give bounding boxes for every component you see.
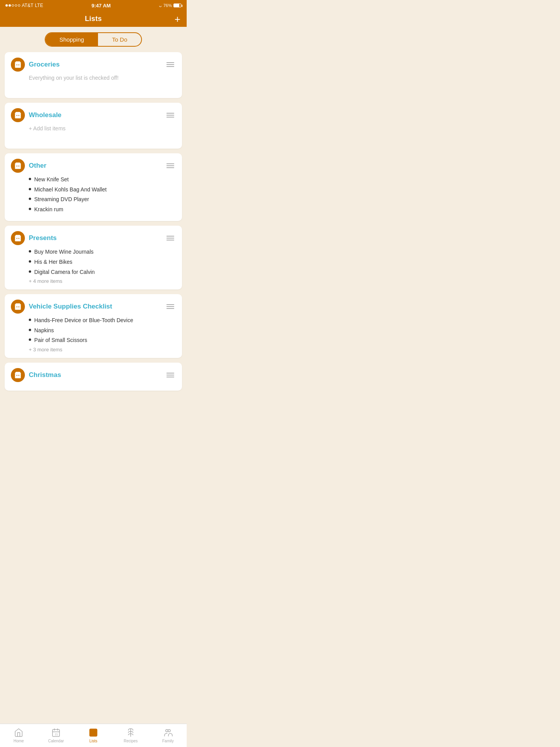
header: Lists + bbox=[0, 11, 187, 27]
list-header-vehicle: Vehicle Supplies Checklist bbox=[11, 300, 176, 314]
svg-point-11 bbox=[18, 238, 19, 239]
list-card-wholesale: Wholesale + Add list items bbox=[5, 103, 182, 149]
list-menu-groceries[interactable] bbox=[165, 61, 176, 68]
list-card-presents: Presents Buy More Wine Journals His & He… bbox=[5, 226, 182, 289]
list-item: Napkins bbox=[29, 327, 176, 335]
list-title-christmas[interactable]: Christmas bbox=[29, 371, 61, 379]
list-item: New Knife Set bbox=[29, 176, 176, 184]
list-item: Krackin rum bbox=[29, 206, 176, 214]
signal-dot-2 bbox=[9, 4, 11, 7]
tab-shopping[interactable]: Shopping bbox=[46, 33, 98, 46]
list-header-christmas: Christmas bbox=[11, 368, 176, 382]
add-list-button[interactable]: + bbox=[175, 14, 180, 24]
list-icon-christmas bbox=[11, 368, 25, 382]
list-menu-christmas[interactable] bbox=[165, 371, 176, 379]
svg-point-10 bbox=[16, 238, 18, 239]
battery-percent: 76% bbox=[163, 3, 172, 8]
svg-point-7 bbox=[16, 166, 18, 167]
svg-point-17 bbox=[18, 375, 19, 376]
list-empty-groceries: Everything on your list is checked off! bbox=[11, 75, 176, 93]
signal-dots bbox=[5, 4, 20, 7]
list-item: His & Her Bikes bbox=[29, 258, 176, 266]
list-item: Streaming DVD Player bbox=[29, 196, 176, 203]
svg-point-5 bbox=[18, 115, 19, 116]
status-bar: AT&T LTE 9:47 AM ᴗ 76% bbox=[0, 0, 187, 11]
list-add-wholesale[interactable]: + Add list items bbox=[11, 125, 176, 143]
list-item: Hands-Free Device or Blue-Tooth Device bbox=[29, 317, 176, 324]
list-icon-other bbox=[11, 159, 25, 173]
lists-container: Groceries Everything on your list is che… bbox=[0, 52, 187, 423]
list-title-vehicle[interactable]: Vehicle Supplies Checklist bbox=[29, 303, 112, 310]
list-header-wholesale: Wholesale bbox=[11, 108, 176, 122]
svg-point-13 bbox=[16, 307, 18, 308]
header-title: Lists bbox=[85, 15, 102, 23]
signal-dot-4 bbox=[15, 4, 17, 7]
list-icon-vehicle bbox=[11, 300, 25, 314]
list-items-other: New Knife Set Michael Kohls Bag And Wall… bbox=[11, 176, 176, 213]
list-header-groceries: Groceries bbox=[11, 58, 176, 72]
list-title-other[interactable]: Other bbox=[29, 162, 46, 170]
network-label: LTE bbox=[35, 3, 43, 8]
list-icon-wholesale bbox=[11, 108, 25, 122]
svg-point-8 bbox=[18, 166, 19, 167]
svg-point-4 bbox=[16, 115, 18, 116]
list-card-vehicle: Vehicle Supplies Checklist Hands-Free De… bbox=[5, 294, 182, 358]
tab-bar: Shopping To Do bbox=[0, 27, 187, 52]
signal-dot-3 bbox=[12, 4, 14, 7]
list-card-christmas: Christmas bbox=[5, 363, 182, 391]
list-title-wholesale[interactable]: Wholesale bbox=[29, 111, 61, 119]
list-header-other: Other bbox=[11, 159, 176, 173]
svg-point-16 bbox=[16, 375, 18, 376]
svg-point-2 bbox=[18, 65, 19, 66]
status-time: 9:47 AM bbox=[91, 3, 110, 9]
list-icon-groceries bbox=[11, 58, 25, 72]
signal-dot-1 bbox=[5, 4, 8, 7]
svg-point-1 bbox=[16, 65, 18, 66]
list-item: Digital Camera for Calvin bbox=[29, 268, 176, 276]
signal-dot-5 bbox=[18, 4, 20, 7]
list-icon-presents bbox=[11, 231, 25, 245]
list-title-presents[interactable]: Presents bbox=[29, 234, 57, 242]
list-items-vehicle: Hands-Free Device or Blue-Tooth Device N… bbox=[11, 317, 176, 344]
list-card-other: Other New Knife Set Michael Kohls Bag An… bbox=[5, 153, 182, 221]
svg-point-14 bbox=[18, 307, 19, 308]
list-item: Buy More Wine Journals bbox=[29, 248, 176, 256]
tab-todo[interactable]: To Do bbox=[98, 33, 141, 46]
list-menu-presents[interactable] bbox=[165, 234, 176, 242]
carrier-label: AT&T bbox=[22, 3, 33, 8]
list-card-groceries: Groceries Everything on your list is che… bbox=[5, 52, 182, 98]
list-item: Pair of Small Scissors bbox=[29, 337, 176, 344]
list-item: Michael Kohls Bag And Wallet bbox=[29, 186, 176, 194]
list-menu-wholesale[interactable] bbox=[165, 111, 176, 119]
tab-group: Shopping To Do bbox=[45, 32, 142, 47]
status-right: ᴗ 76% bbox=[159, 3, 181, 8]
battery-icon bbox=[173, 4, 181, 7]
list-header-presents: Presents bbox=[11, 231, 176, 245]
list-items-presents: Buy More Wine Journals His & Her Bikes D… bbox=[11, 248, 176, 276]
list-menu-vehicle[interactable] bbox=[165, 303, 176, 310]
bluetooth-icon: ᴗ bbox=[159, 3, 162, 8]
list-more-presents[interactable]: + 4 more items bbox=[11, 278, 176, 284]
list-title-groceries[interactable]: Groceries bbox=[29, 61, 60, 68]
battery-fill bbox=[174, 4, 179, 7]
status-left: AT&T LTE bbox=[5, 3, 43, 8]
list-menu-other[interactable] bbox=[165, 162, 176, 170]
list-more-vehicle[interactable]: + 3 more items bbox=[11, 347, 176, 352]
